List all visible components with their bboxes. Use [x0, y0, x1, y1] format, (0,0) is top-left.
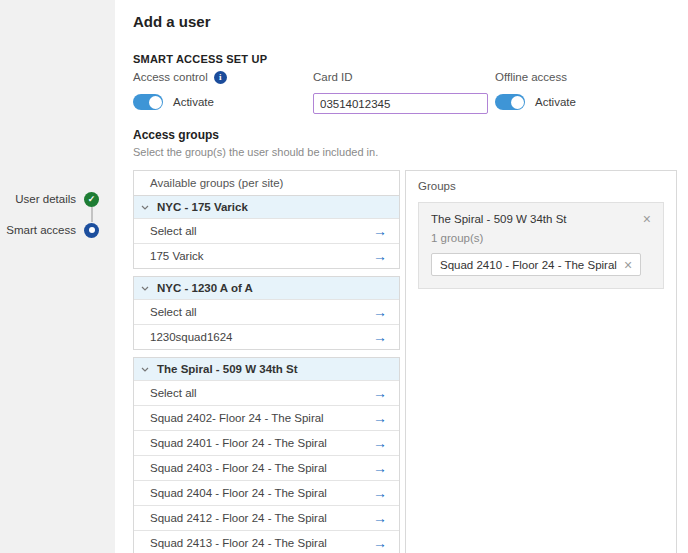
access-control-column: Access control i Activate	[133, 70, 313, 114]
radio-current-step-icon	[84, 223, 99, 238]
arrow-right-icon[interactable]: →	[373, 486, 387, 500]
group-row[interactable]: Squad 2412 - Floor 24 - The Spiral →	[134, 505, 399, 530]
arrow-right-icon[interactable]: →	[373, 511, 387, 525]
add-user-page: User details ✓ Smart access Add a user S…	[0, 0, 688, 553]
group-row[interactable]: Squad 2403 - Floor 24 - The Spiral →	[134, 455, 399, 480]
selected-site-card: The Spiral - 509 W 34th St × 1 group(s) …	[418, 202, 664, 289]
selected-group-chip-label: Squad 2410 - Floor 24 - The Spiral	[440, 259, 617, 271]
stepper-connector	[91, 207, 93, 222]
arrow-right-icon[interactable]: →	[373, 305, 387, 319]
card-id-column: Card ID	[313, 70, 495, 114]
group-row-label: Squad 2403 - Floor 24 - The Spiral	[150, 462, 327, 474]
info-icon[interactable]: i	[214, 71, 227, 84]
smart-access-section-title: SMART ACCESS SET UP	[133, 53, 688, 65]
group-row[interactable]: 175 Varick →	[134, 243, 399, 268]
stepper-step-smart-access[interactable]: Smart access	[0, 222, 115, 238]
step-user-details-label: User details	[15, 193, 76, 205]
group-row-label: Select all	[150, 306, 197, 318]
offline-access-column: Offline access Activate	[495, 70, 688, 114]
group-row[interactable]: Squad 2413 - Floor 24 - The Spiral →	[134, 530, 399, 553]
group-row[interactable]: Squad 2402- Floor 24 - The Spiral →	[134, 405, 399, 430]
selected-group-count: 1 group(s)	[431, 232, 651, 244]
group-row[interactable]: Select all →	[134, 218, 399, 243]
site-section-header[interactable]: NYC - 1230 A of A	[134, 277, 399, 299]
group-row-label: 1230squad1624	[150, 331, 233, 343]
group-row[interactable]: Squad 2404 - Floor 24 - The Spiral →	[134, 480, 399, 505]
arrow-right-icon[interactable]: →	[373, 461, 387, 475]
site-name: The Spiral - 509 W 34th St	[157, 363, 298, 375]
chevron-down-icon	[141, 367, 149, 372]
card-id-input[interactable]	[313, 93, 488, 114]
site-name: NYC - 175 Varick	[157, 201, 248, 213]
access-groups-title: Access groups	[133, 128, 688, 142]
selected-groups-panel: Groups The Spiral - 509 W 34th St × 1 gr…	[405, 170, 677, 553]
group-row-label: Squad 2412 - Floor 24 - The Spiral	[150, 512, 327, 524]
arrow-right-icon[interactable]: →	[373, 330, 387, 344]
selected-groups-header: Groups	[418, 180, 664, 192]
check-circle-icon: ✓	[84, 192, 99, 207]
chevron-down-icon	[141, 286, 149, 291]
offline-access-toggle-label: Activate	[535, 96, 576, 108]
group-row-label: Squad 2404 - Floor 24 - The Spiral	[150, 487, 327, 499]
group-row-label: Squad 2413 - Floor 24 - The Spiral	[150, 537, 327, 549]
site-section: The Spiral - 509 W 34th St Select all → …	[133, 357, 400, 553]
stepper-sidebar: User details ✓ Smart access	[0, 0, 115, 553]
offline-access-toggle[interactable]	[495, 94, 525, 110]
available-groups-header: Available groups (per site)	[133, 170, 400, 196]
access-control-label: Access control	[133, 71, 208, 83]
arrow-right-icon[interactable]: →	[373, 386, 387, 400]
offline-access-label: Offline access	[495, 71, 567, 83]
group-row-label: Select all	[150, 225, 197, 237]
group-row-label: Squad 2402- Floor 24 - The Spiral	[150, 412, 324, 424]
remove-group-icon[interactable]: ×	[624, 258, 632, 272]
smart-access-controls: Access control i Activate Card ID Offlin…	[133, 70, 688, 114]
available-groups-panel: Available groups (per site) NYC - 175 Va…	[133, 170, 400, 553]
group-row-label: 175 Varick	[150, 250, 203, 262]
group-row[interactable]: Select all →	[134, 299, 399, 324]
selected-site-name: The Spiral - 509 W 34th St	[431, 213, 567, 225]
chevron-down-icon	[141, 205, 149, 210]
stepper: User details ✓ Smart access	[0, 191, 115, 238]
arrow-right-icon[interactable]: →	[373, 436, 387, 450]
access-groups-panels: Available groups (per site) NYC - 175 Va…	[133, 170, 688, 553]
step-smart-access-label: Smart access	[6, 224, 76, 236]
access-groups-subtitle: Select the group(s) the user should be i…	[133, 146, 688, 158]
access-control-toggle[interactable]	[133, 94, 163, 110]
arrow-right-icon[interactable]: →	[373, 411, 387, 425]
group-row[interactable]: Squad 2401 - Floor 24 - The Spiral →	[134, 430, 399, 455]
main-content: Add a user SMART ACCESS SET UP Access co…	[115, 0, 688, 553]
remove-site-icon[interactable]: ×	[643, 212, 651, 226]
group-row[interactable]: 1230squad1624 →	[134, 324, 399, 349]
access-control-toggle-label: Activate	[173, 96, 214, 108]
selected-group-chip: Squad 2410 - Floor 24 - The Spiral ×	[431, 253, 641, 276]
arrow-right-icon[interactable]: →	[373, 249, 387, 263]
group-row[interactable]: Select all →	[134, 380, 399, 405]
group-row-label: Select all	[150, 387, 197, 399]
site-section-header[interactable]: NYC - 175 Varick	[134, 196, 399, 218]
arrow-right-icon[interactable]: →	[373, 224, 387, 238]
card-id-label: Card ID	[313, 71, 353, 83]
page-title: Add a user	[133, 13, 688, 30]
site-section: NYC - 175 Varick Select all → 175 Varick…	[133, 195, 400, 269]
group-row-label: Squad 2401 - Floor 24 - The Spiral	[150, 437, 327, 449]
site-section: NYC - 1230 A of A Select all → 1230squad…	[133, 276, 400, 350]
stepper-step-user-details[interactable]: User details ✓	[0, 191, 115, 207]
site-section-header[interactable]: The Spiral - 509 W 34th St	[134, 358, 399, 380]
arrow-right-icon[interactable]: →	[373, 536, 387, 550]
site-name: NYC - 1230 A of A	[157, 282, 253, 294]
